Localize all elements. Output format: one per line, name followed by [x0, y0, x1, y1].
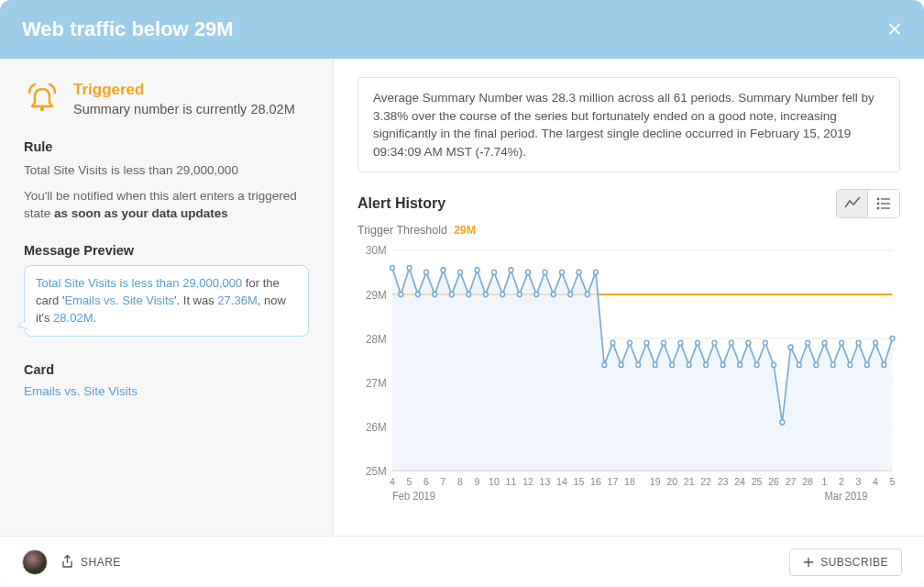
svg-point-48: [628, 340, 632, 345]
status-summary: Summary number is currently 28.02M: [73, 101, 295, 119]
svg-point-69: [806, 340, 810, 345]
svg-point-72: [830, 363, 835, 368]
svg-rect-4: [881, 204, 890, 205]
main-panel: Average Summary Number was 28.3 million …: [334, 59, 924, 536]
card-label: Card: [24, 362, 309, 377]
svg-point-35: [517, 293, 522, 297]
svg-point-53: [670, 363, 675, 368]
list-icon: [875, 196, 892, 211]
svg-text:5: 5: [407, 476, 412, 487]
svg-point-42: [577, 271, 581, 275]
plus-icon: [803, 557, 814, 568]
modal-header: Web traffic below 29M ×: [0, 0, 924, 59]
svg-point-5: [877, 207, 880, 210]
svg-point-0: [40, 107, 44, 111]
svg-text:13: 13: [540, 476, 551, 487]
svg-text:14: 14: [556, 476, 567, 487]
svg-point-61: [738, 363, 742, 368]
svg-text:10: 10: [489, 476, 500, 487]
rule-label: Rule: [24, 139, 309, 154]
svg-point-33: [500, 293, 505, 297]
modal-footer: SHARE SUBSCRIBE: [0, 536, 924, 587]
svg-point-23: [415, 293, 420, 297]
svg-point-41: [568, 293, 573, 297]
svg-point-55: [687, 363, 691, 368]
view-toggle: [836, 189, 900, 218]
svg-text:17: 17: [608, 476, 619, 487]
svg-text:15: 15: [574, 476, 585, 487]
svg-rect-2: [881, 199, 890, 200]
svg-point-58: [712, 340, 717, 345]
card-link[interactable]: Emails vs. Site Visits: [24, 384, 309, 398]
subscribe-button[interactable]: SUBSCRIBE: [789, 548, 902, 576]
svg-point-34: [509, 268, 513, 272]
summary-box: Average Summary Number was 28.3 million …: [358, 77, 900, 172]
svg-point-3: [877, 203, 880, 205]
svg-text:2: 2: [839, 476, 844, 487]
svg-text:16: 16: [590, 476, 601, 487]
svg-point-54: [678, 340, 683, 345]
sidebar: Triggered Summary number is currently 28…: [0, 59, 334, 536]
rule-note: You'll be notified when this alert enter…: [24, 187, 309, 223]
line-chart-icon: [844, 196, 861, 211]
history-title: Alert History: [358, 195, 446, 212]
svg-text:26: 26: [768, 476, 779, 487]
svg-point-39: [551, 293, 556, 297]
svg-text:28M: 28M: [366, 332, 387, 346]
svg-point-52: [661, 340, 666, 345]
avatar[interactable]: [22, 549, 48, 575]
svg-point-57: [704, 363, 709, 368]
svg-text:30M: 30M: [366, 244, 387, 258]
svg-text:6: 6: [424, 476, 429, 487]
svg-point-31: [483, 293, 488, 297]
svg-point-73: [840, 340, 844, 345]
svg-point-25: [433, 293, 437, 297]
svg-text:28: 28: [802, 476, 813, 487]
svg-text:27M: 27M: [366, 377, 387, 391]
chart-view-button[interactable]: [837, 190, 868, 217]
svg-point-29: [467, 293, 471, 297]
close-icon[interactable]: ×: [887, 17, 902, 42]
svg-text:4: 4: [390, 476, 395, 487]
svg-point-40: [560, 271, 565, 275]
svg-text:29M: 29M: [366, 288, 387, 302]
svg-point-76: [864, 363, 869, 368]
share-icon: [60, 555, 74, 569]
svg-text:12: 12: [522, 476, 534, 487]
svg-point-75: [856, 340, 861, 345]
alert-modal: Web traffic below 29M × Triggered Summar…: [0, 0, 924, 587]
svg-text:23: 23: [718, 476, 729, 487]
svg-point-59: [720, 363, 725, 368]
svg-text:7: 7: [441, 476, 446, 487]
svg-point-26: [441, 268, 446, 272]
svg-point-20: [390, 266, 395, 271]
svg-point-79: [890, 337, 895, 341]
svg-point-77: [874, 340, 878, 345]
svg-text:4: 4: [873, 476, 878, 487]
svg-point-24: [424, 271, 429, 275]
svg-text:Mar 2019: Mar 2019: [825, 491, 868, 502]
svg-point-21: [399, 293, 403, 297]
svg-point-28: [458, 271, 463, 275]
threshold-label: Trigger Threshold 29M: [358, 224, 900, 237]
svg-point-38: [543, 271, 547, 275]
svg-point-50: [644, 340, 649, 345]
svg-point-47: [619, 363, 623, 368]
rule-text: Total Site Visits is less than 29,000,00…: [24, 161, 309, 180]
svg-point-78: [882, 363, 886, 368]
svg-text:19: 19: [650, 476, 661, 487]
list-view-button[interactable]: [868, 190, 899, 217]
svg-text:20: 20: [666, 476, 677, 487]
svg-point-30: [475, 268, 479, 272]
svg-text:26M: 26M: [366, 421, 387, 435]
modal-title: Web traffic below 29M: [22, 17, 234, 41]
svg-point-70: [814, 363, 819, 368]
svg-point-43: [585, 293, 589, 297]
share-button[interactable]: SHARE: [60, 555, 121, 569]
svg-text:1: 1: [822, 476, 828, 487]
svg-text:21: 21: [684, 476, 695, 487]
svg-point-65: [772, 363, 776, 368]
svg-point-27: [449, 293, 454, 297]
svg-point-45: [602, 363, 607, 368]
svg-text:22: 22: [700, 476, 711, 487]
